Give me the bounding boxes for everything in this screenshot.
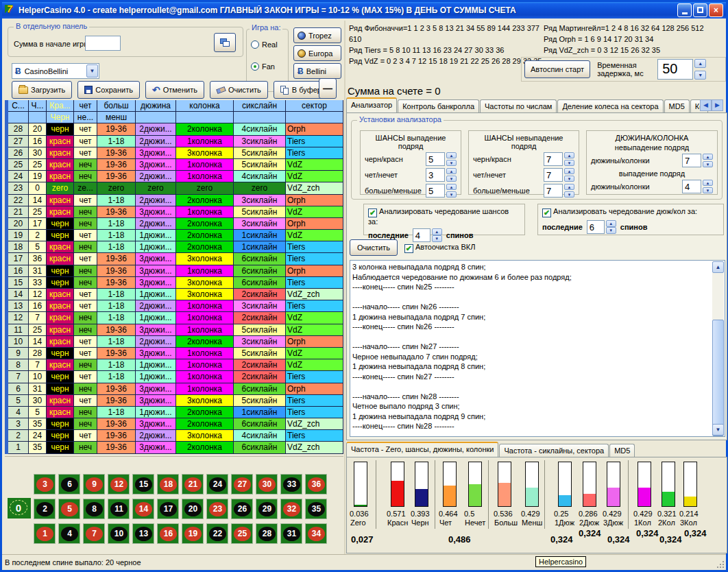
roulette-cell-12[interactable]: 12 [108, 474, 130, 494]
spinner-high-low-hit[interactable]: 5▲▼ [426, 184, 457, 198]
roulette-cell-31[interactable]: 31 [280, 523, 302, 544]
value[interactable]: 3 [426, 168, 445, 182]
roulette-cell-23[interactable]: 23 [206, 499, 228, 519]
spin-up-icon[interactable]: ▲ [564, 152, 574, 158]
analyzer-log[interactable]: 3 колонка невыпадала подряд 8 спин; Набл… [350, 260, 725, 437]
roulette-cell-16[interactable]: 16 [157, 523, 179, 544]
autoclear-checkbox[interactable]: ✔ [404, 244, 413, 253]
spin-down-icon[interactable]: ▼ [703, 161, 713, 167]
tab-scroll-left-icon[interactable]: ◀ [700, 99, 712, 111]
roulette-cell-2[interactable]: 2 [34, 499, 56, 519]
spin-up-icon[interactable]: ▲ [606, 220, 616, 227]
roulette-cell-22[interactable]: 22 [206, 523, 228, 544]
spin-down-icon[interactable]: ▼ [694, 71, 706, 80]
roulette-cell-19[interactable]: 19 [182, 523, 204, 544]
analyze-dozen-checkbox[interactable]: ✔ [542, 208, 551, 217]
scroll-down-icon[interactable]: ▼ [712, 424, 724, 436]
roulette-cell-26[interactable]: 26 [231, 499, 253, 519]
roulette-cell-11[interactable]: 11 [108, 499, 130, 519]
tab-3[interactable]: Деление колеса на сектора [557, 99, 663, 113]
clear-button[interactable]: Очистить [210, 81, 268, 99]
log-scrollbar[interactable]: ▲ ▼ [712, 261, 724, 436]
casino-select[interactable]: Ƀ CasinoBellini ▼ [12, 63, 99, 79]
spin-up-icon[interactable]: ▲ [564, 184, 574, 190]
europa-button[interactable]: Europa [293, 45, 341, 61]
to-panel-button[interactable] [214, 33, 236, 52]
scroll-up-icon[interactable]: ▲ [712, 261, 724, 273]
spin-down-icon[interactable]: ▼ [446, 191, 457, 198]
tab-0[interactable]: Анализатор [346, 97, 397, 113]
history-table[interactable]: С...Ч...Кра...четбольшдюжинаколонкасиксл… [5, 100, 343, 454]
spinner-dozen-hit[interactable]: 4▲▼ [682, 180, 713, 193]
value[interactable]: 7 [544, 184, 563, 198]
delay-spinner[interactable]: 50 ▲▼ [657, 59, 706, 80]
spin-up-icon[interactable]: ▲ [564, 168, 574, 174]
roulette-cell-30[interactable]: 30 [256, 474, 278, 494]
bellini-button[interactable]: Ƀ Bellini [293, 63, 341, 79]
spin-down-icon[interactable]: ▼ [446, 176, 457, 182]
roulette-zero-cell[interactable]: 0 [8, 498, 31, 519]
roulette-cell-5[interactable]: 5 [58, 499, 80, 519]
spin-up-icon[interactable]: ▲ [432, 228, 442, 235]
spinner-black-red-miss[interactable]: 7▲▼ [544, 152, 574, 166]
spin-down-icon[interactable]: ▼ [564, 191, 574, 198]
log-clear-button[interactable]: Очистить [350, 239, 398, 256]
close-button[interactable]: × [709, 3, 723, 17]
resize-grip[interactable] [716, 560, 725, 569]
collapse-button[interactable]: — [319, 78, 337, 99]
spin-up-icon[interactable]: ▲ [446, 152, 457, 158]
roulette-cell-24[interactable]: 24 [206, 474, 228, 494]
value[interactable]: 7 [544, 152, 563, 166]
value[interactable]: 6 [587, 220, 605, 234]
spin-down-icon[interactable]: ▼ [703, 187, 713, 193]
roulette-cell-28[interactable]: 28 [256, 523, 278, 544]
roulette-cell-20[interactable]: 20 [182, 499, 204, 519]
tab-4[interactable]: MD5 [664, 99, 690, 113]
spin-up-icon[interactable]: ▲ [694, 59, 706, 68]
minimize-button[interactable] [677, 3, 692, 17]
spin-down-icon[interactable]: ▼ [564, 160, 574, 166]
roulette-cell-4[interactable]: 4 [58, 523, 80, 544]
maximize-button[interactable] [693, 3, 707, 17]
spinner-even-odd-miss[interactable]: 7▲▼ [544, 168, 574, 182]
roulette-cell-7[interactable]: 7 [83, 523, 105, 544]
roulette-cell-27[interactable]: 27 [231, 474, 253, 494]
roulette-cell-10[interactable]: 10 [108, 523, 130, 544]
save-button[interactable]: Сохранить [77, 81, 140, 99]
roulette-cell-6[interactable]: 6 [58, 474, 80, 494]
spin-down-icon[interactable]: ▼ [446, 160, 457, 166]
value[interactable]: 5 [426, 152, 445, 166]
spinner-even-odd-hit[interactable]: 3▲▼ [426, 168, 457, 182]
tropez-button[interactable]: Tropez [293, 27, 341, 43]
roulette-cell-33[interactable]: 33 [280, 474, 302, 494]
tab-1[interactable]: Контроль банкролла [398, 99, 479, 113]
roulette-cell-29[interactable]: 29 [256, 499, 278, 519]
scrollbar-thumb[interactable] [712, 320, 724, 436]
spinner-last-dozen[interactable]: 6▲▼ [587, 220, 616, 234]
chevron-down-icon[interactable]: ▼ [86, 64, 98, 78]
bottom-tab-0[interactable]: Частота - Zero, шансы, дюжины, колонки [346, 442, 498, 457]
roulette-cell-9[interactable]: 9 [83, 474, 105, 494]
value[interactable]: 5 [426, 184, 445, 198]
undo-button[interactable]: ↶Отменить [145, 81, 204, 99]
roulette-cell-17[interactable]: 17 [157, 499, 179, 519]
roulette-cell-34[interactable]: 34 [305, 523, 327, 544]
spin-down-icon[interactable]: ▼ [564, 176, 574, 182]
tab-2[interactable]: Частоты по числам [480, 99, 557, 113]
roulette-cell-13[interactable]: 13 [132, 523, 154, 544]
spin-up-icon[interactable]: ▲ [703, 180, 713, 186]
spin-up-icon[interactable]: ▲ [703, 154, 713, 160]
spinner-high-low-miss[interactable]: 7▲▼ [544, 184, 574, 198]
radio-real[interactable]: Real [251, 40, 278, 49]
roulette-cell-15[interactable]: 15 [132, 474, 154, 494]
autospin-start-button[interactable]: Автоспин старт [524, 60, 590, 78]
analyze-chances-checkbox[interactable]: ✔ [368, 208, 377, 217]
radio-fan[interactable]: Fan [251, 62, 275, 71]
roulette-cell-18[interactable]: 18 [157, 474, 179, 494]
spin-up-icon[interactable]: ▲ [446, 168, 457, 174]
roulette-cell-25[interactable]: 25 [231, 523, 253, 544]
value[interactable]: 7 [682, 154, 701, 167]
spin-up-icon[interactable]: ▲ [446, 184, 457, 190]
roulette-cell-36[interactable]: 36 [305, 474, 327, 494]
load-button[interactable]: Загрузить [12, 81, 72, 99]
